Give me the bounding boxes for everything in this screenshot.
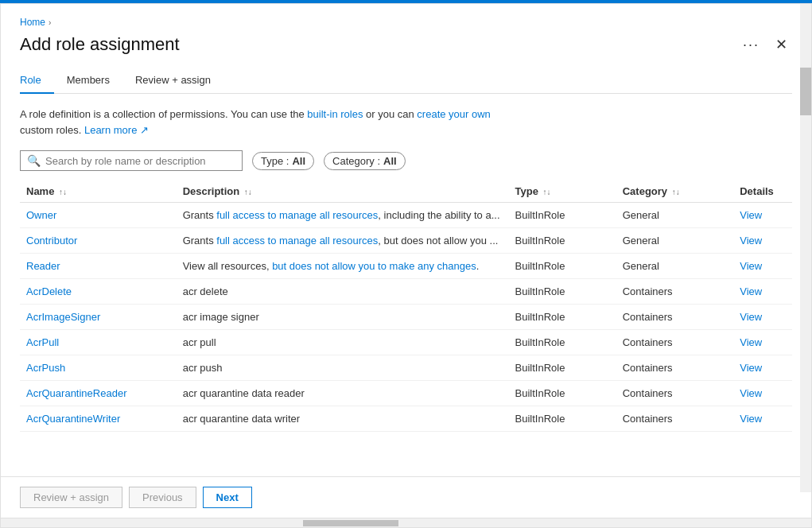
role-view-link[interactable]: View — [733, 203, 792, 228]
role-category-cell: General — [616, 203, 733, 228]
sort-desc-icon[interactable]: ↑↓ — [244, 188, 252, 196]
page-title: Add role assignment — [20, 34, 180, 55]
previous-button[interactable]: Previous — [129, 487, 196, 508]
breadcrumb-chevron: › — [49, 18, 51, 27]
sort-cat-icon[interactable]: ↑↓ — [672, 188, 680, 196]
table-row: AcrImageSigneracr image signerBuiltInRol… — [20, 305, 792, 330]
role-view-link[interactable]: View — [733, 305, 792, 330]
scrollbar[interactable] — [800, 4, 811, 492]
table-row: AcrPushacr pushBuiltInRoleContainersView — [20, 355, 792, 381]
role-view-link[interactable]: View — [733, 381, 792, 406]
title-row: Add role assignment ··· ✕ — [20, 34, 792, 55]
role-type-cell: BuiltInRole — [509, 305, 616, 330]
table-row: AcrQuarantineReaderacr quarantine data r… — [20, 381, 792, 406]
scrollbar-thumb[interactable] — [800, 68, 811, 115]
role-name-cell[interactable]: AcrPull — [20, 330, 177, 355]
role-type-cell: BuiltInRole — [509, 355, 616, 381]
role-description-cell: acr delete — [177, 279, 509, 305]
sort-type-icon[interactable]: ↑↓ — [543, 188, 551, 196]
role-view-link[interactable]: View — [733, 330, 792, 355]
ellipsis-button[interactable]: ··· — [738, 35, 764, 55]
role-description-cell: acr quarantine data writer — [177, 406, 509, 432]
col-name: Name ↑↓ — [20, 181, 177, 203]
role-view-link[interactable]: View — [733, 254, 792, 279]
type-filter[interactable]: Type : All — [252, 152, 314, 170]
main-container: Home › Add role assignment ··· ✕ Role Me… — [0, 3, 812, 528]
col-details: Details — [733, 181, 792, 203]
role-type-cell: BuiltInRole — [509, 279, 616, 305]
category-filter-label: Category : — [332, 155, 380, 167]
content: A role definition is a collection of per… — [1, 94, 811, 476]
header: Home › Add role assignment ··· ✕ Role Me… — [1, 4, 811, 94]
role-name-cell[interactable]: Contributor — [20, 228, 177, 254]
col-type: Type ↑↓ — [509, 181, 616, 203]
role-name-cell[interactable]: AcrImageSigner — [20, 305, 177, 330]
role-type-cell: BuiltInRole — [509, 254, 616, 279]
role-type-cell: BuiltInRole — [509, 228, 616, 254]
search-box: 🔍 — [20, 150, 243, 171]
type-filter-label: Type : — [261, 155, 289, 167]
close-button[interactable]: ✕ — [771, 36, 792, 53]
role-description-cell: Grants full access to manage all resourc… — [177, 228, 509, 254]
search-input[interactable] — [45, 155, 235, 167]
table-header-row: Name ↑↓ Description ↑↓ Type ↑↓ Categor — [20, 181, 792, 203]
bottom-scrollbar[interactable] — [1, 518, 811, 527]
tab-role[interactable]: Role — [20, 68, 54, 94]
roles-table: Name ↑↓ Description ↑↓ Type ↑↓ Categor — [20, 181, 792, 432]
review-assign-button[interactable]: Review + assign — [20, 487, 122, 508]
learn-more-link[interactable]: Learn more ↗ — [84, 124, 149, 136]
role-description-cell: acr image signer — [177, 305, 509, 330]
role-name-cell[interactable]: AcrDelete — [20, 279, 177, 305]
role-description-cell: View all resources, but does not allow y… — [177, 254, 509, 279]
filters-row: 🔍 Type : All Category : All — [20, 150, 792, 171]
bottom-scrollbar-thumb[interactable] — [303, 520, 398, 526]
table-row: AcrDeleteacr deleteBuiltInRoleContainers… — [20, 279, 792, 305]
role-view-link[interactable]: View — [733, 279, 792, 305]
role-type-cell: BuiltInRole — [509, 406, 616, 432]
role-name-cell[interactable]: Reader — [20, 254, 177, 279]
table-row: ReaderView all resources, but does not a… — [20, 254, 792, 279]
desc-line2: custom roles. — [20, 124, 84, 136]
tab-members[interactable]: Members — [54, 68, 122, 94]
role-description-cell: acr pull — [177, 330, 509, 355]
col-description: Description ↑↓ — [177, 181, 509, 203]
role-type-cell: BuiltInRole — [509, 330, 616, 355]
category-filter[interactable]: Category : All — [324, 152, 406, 170]
role-name-cell[interactable]: AcrQuarantineReader — [20, 381, 177, 406]
role-category-cell: Containers — [616, 305, 733, 330]
category-filter-value: All — [383, 155, 397, 167]
role-category-cell: Containers — [616, 279, 733, 305]
role-view-link[interactable]: View — [733, 228, 792, 254]
breadcrumb: Home › — [20, 17, 792, 28]
role-description-cell: acr quarantine data reader — [177, 381, 509, 406]
role-type-cell: BuiltInRole — [509, 203, 616, 228]
type-filter-value: All — [292, 155, 305, 167]
role-category-cell: Containers — [616, 406, 733, 432]
role-category-cell: Containers — [616, 381, 733, 406]
table-row: ContributorGrants full access to manage … — [20, 228, 792, 254]
role-description-cell: acr push — [177, 355, 509, 381]
role-name-cell[interactable]: AcrPush — [20, 355, 177, 381]
sort-name-icon[interactable]: ↑↓ — [59, 188, 67, 196]
breadcrumb-home[interactable]: Home — [20, 17, 45, 28]
table-body: OwnerGrants full access to manage all re… — [20, 203, 792, 432]
footer: Review + assign Previous Next — [1, 476, 811, 518]
role-description-cell: Grants full access to manage all resourc… — [177, 203, 509, 228]
role-category-cell: Containers — [616, 355, 733, 381]
role-category-cell: General — [616, 228, 733, 254]
title-actions: ··· ✕ — [738, 35, 792, 55]
role-category-cell: General — [616, 254, 733, 279]
search-icon: 🔍 — [27, 154, 41, 167]
role-name-cell[interactable]: Owner — [20, 203, 177, 228]
role-type-cell: BuiltInRole — [509, 381, 616, 406]
role-name-cell[interactable]: AcrQuarantineWriter — [20, 406, 177, 432]
next-button[interactable]: Next — [203, 487, 252, 508]
tab-review-assign[interactable]: Review + assign — [122, 68, 223, 94]
role-view-link[interactable]: View — [733, 355, 792, 381]
col-category: Category ↑↓ — [616, 181, 733, 203]
table-row: AcrQuarantineWriteracr quarantine data w… — [20, 406, 792, 432]
tabs: Role Members Review + assign — [20, 68, 792, 94]
role-category-cell: Containers — [616, 330, 733, 355]
table-container: Name ↑↓ Description ↑↓ Type ↑↓ Categor — [20, 181, 792, 432]
role-view-link[interactable]: View — [733, 406, 792, 432]
